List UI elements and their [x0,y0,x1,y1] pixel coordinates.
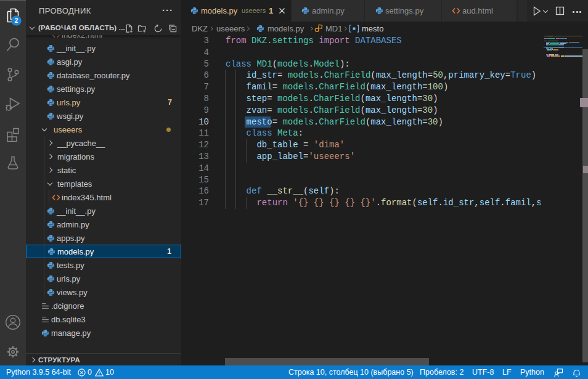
svg-text:2: 2 [15,17,18,24]
